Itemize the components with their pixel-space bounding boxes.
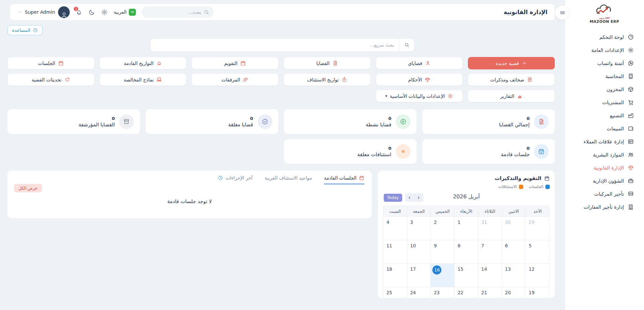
quick-search-input[interactable] (151, 42, 399, 48)
calendar-day[interactable]: 6 (502, 240, 526, 263)
action-button[interactable]: قضاياي (376, 57, 463, 69)
calendar-day[interactable]: 4 (383, 216, 407, 240)
tab[interactable]: آخر الإجراءات (218, 175, 253, 184)
sidebar-item[interactable]: الموارد البشرية (568, 148, 634, 161)
stat-value: 0 (250, 116, 253, 121)
stat-value: 0 (527, 116, 530, 121)
header-controls: العربية 1 Super Admin (17, 6, 214, 18)
day-number: 30 (505, 220, 511, 225)
tab[interactable]: الجلسات القادمة (324, 175, 364, 184)
calendar-day[interactable]: 17 (407, 263, 431, 287)
calendar-day-selected[interactable]: 16 (431, 263, 454, 287)
action-button[interactable]: تحديثات القضية (7, 73, 94, 86)
tab-label: مواعيد الاستئناف القريبة (265, 175, 312, 181)
sidebar-item-label: الإعدادات العامة (591, 48, 624, 53)
help-button[interactable]: المساعدة (7, 25, 43, 35)
calendar-day[interactable]: 29 (526, 216, 549, 240)
calendar-day[interactable]: 24 (407, 287, 431, 298)
weekday-label: السبت (383, 206, 407, 216)
day-number: 3 (410, 220, 413, 225)
tab-label: الجلسات القادمة (324, 175, 357, 181)
action-button[interactable]: التواريخ القادمة (100, 57, 186, 69)
sidebar-item[interactable]: الإدارة القانونية (568, 161, 634, 174)
calendar-day[interactable]: 7 (478, 240, 502, 263)
help-icon (33, 28, 38, 33)
calendar-day[interactable]: 10 (407, 240, 431, 263)
stats-cards: 0إجمالي القضايا0قضايا نشطة0قضايا مغلقة0ا… (7, 109, 555, 164)
action-button[interactable]: الإعدادات والبيانات الأساسية▾ (376, 90, 463, 102)
action-button[interactable]: تواريخ الاستئناف (284, 73, 371, 86)
car-icon (628, 191, 634, 197)
calendar-day[interactable]: 21 (478, 287, 502, 298)
sidebar-item[interactable]: المبيعات (568, 122, 634, 135)
today-button[interactable]: Today (384, 194, 402, 202)
action-button[interactable]: التقارير (468, 90, 555, 102)
stat-value: 0 (388, 116, 391, 121)
brand-sub-label: ERP مزون (599, 17, 610, 19)
action-button[interactable]: الأحكام (376, 73, 463, 86)
header-search[interactable] (142, 6, 214, 18)
notifications-button[interactable]: 1 (75, 9, 83, 16)
sidebar-item[interactable]: الشؤون الإدارية (568, 174, 634, 187)
sidebar-item[interactable]: إدارة علاقات العملاء (568, 135, 634, 148)
gear-icon (447, 93, 453, 99)
sidebar-item[interactable]: التصنيع (568, 109, 634, 122)
action-button[interactable]: القضايا (284, 57, 371, 69)
language-label: العربية (114, 9, 126, 15)
quick-search-button[interactable] (399, 39, 414, 51)
calendar-day[interactable]: 5 (526, 240, 549, 263)
day-number: 15 (458, 266, 463, 272)
calendar-day[interactable]: 14 (478, 263, 502, 287)
calendar-day[interactable]: 31 (478, 216, 502, 240)
header-search-input[interactable] (146, 9, 201, 15)
calendar-day[interactable]: 13 (502, 263, 526, 287)
dark-mode-toggle[interactable] (88, 9, 95, 16)
sidebar-item[interactable]: المشتريات (568, 96, 634, 109)
calendar-day[interactable]: 22 (454, 287, 478, 298)
prev-month-button[interactable] (405, 193, 414, 202)
sidebar-item[interactable]: أتمتة واتساب (568, 57, 634, 70)
user-menu[interactable]: Super Admin (17, 6, 70, 18)
calendar-day[interactable]: 3 (407, 216, 431, 240)
sessions-tabs: الجلسات القادمةمواعيد الاستئناف القريبةآ… (15, 175, 364, 184)
settings-button[interactable] (101, 9, 108, 16)
calendar-day[interactable]: 19 (526, 287, 549, 298)
brand-name: MAZOON ERP (590, 19, 619, 24)
action-button[interactable]: التقويم (192, 57, 278, 69)
calendar-day[interactable]: 25 (383, 287, 407, 298)
calendar-day[interactable]: 1 (454, 216, 478, 240)
calendar-day[interactable]: 11 (383, 240, 407, 263)
calendar-day[interactable]: 8 (454, 240, 478, 263)
action-button[interactable]: صحائف ومذكرات (468, 73, 555, 86)
sidebar-item[interactable]: إدارة تأجير العقارات (568, 200, 634, 213)
calendar-day[interactable]: 20 (502, 287, 526, 298)
sidebar: ERP مزون MAZOON ERP لوحة التحكمالإعدادات… (565, 0, 644, 310)
sidebar-item[interactable]: تأجير المركبات (568, 187, 634, 200)
calendar-day[interactable]: 23 (431, 287, 454, 298)
sidebar-item[interactable]: لوحة التحكم (568, 30, 634, 44)
calendar-arrows (405, 193, 423, 202)
calendar-day[interactable]: 18 (383, 263, 407, 287)
weekday-label: الثلاثاء (478, 206, 502, 216)
day-number: 9 (434, 243, 437, 248)
tab[interactable]: مواعيد الاستئناف القريبة (265, 175, 312, 184)
next-month-button[interactable] (414, 193, 423, 202)
whatsapp-icon (628, 60, 634, 66)
sidebar-item[interactable]: الإعدادات العامة (568, 44, 634, 57)
calendar-day[interactable]: 12 (526, 263, 549, 287)
view-all-badge[interactable]: عرض الكل (14, 184, 42, 192)
sidebar-item[interactable]: المخزون (568, 83, 634, 96)
action-button[interactable]: قضية جديدة (468, 57, 555, 69)
sidebar-item[interactable]: المحاسبة (568, 70, 634, 83)
calendar-day[interactable]: 2 (431, 216, 454, 240)
action-button[interactable]: الجلسات (7, 57, 94, 69)
calendar-icon (544, 176, 550, 181)
calendar-day[interactable]: 9 (431, 240, 454, 263)
day-number: 8 (458, 243, 461, 248)
language-switcher[interactable]: العربية (114, 9, 136, 16)
calendar-day[interactable]: 30 (502, 216, 526, 240)
calendar-day[interactable]: 15 (454, 263, 478, 287)
sidebar-toggle-button[interactable] (555, 5, 570, 20)
action-button[interactable]: المرفقات (192, 73, 278, 86)
action-button[interactable]: نماذج المخالصة (100, 73, 186, 86)
